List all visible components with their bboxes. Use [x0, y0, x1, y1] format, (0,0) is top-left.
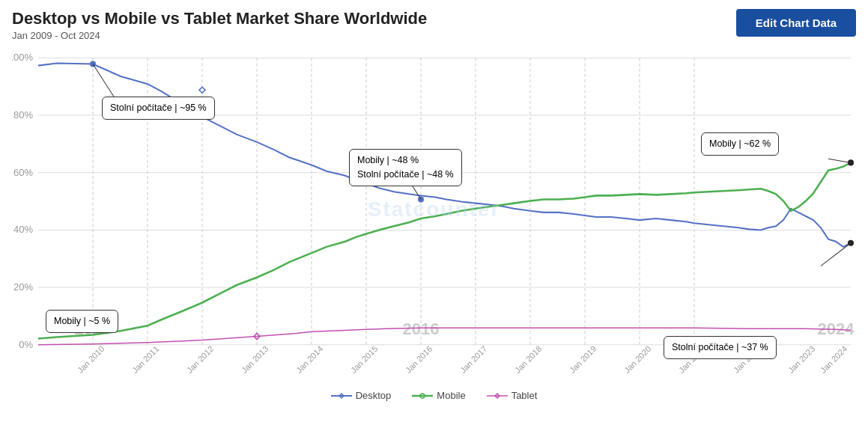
svg-text:20%: 20% [13, 281, 33, 293]
mobile-line [38, 163, 851, 339]
legend-tablet: Tablet [487, 390, 538, 401]
svg-text:Jan 2017: Jan 2017 [458, 344, 488, 375]
svg-text:Jan 2016: Jan 2016 [404, 344, 434, 375]
svg-text:Jan 2024: Jan 2024 [819, 344, 849, 375]
svg-text:Jan 2010: Jan 2010 [76, 344, 106, 375]
legend-mobile-icon [412, 391, 433, 400]
svg-text:0%: 0% [19, 339, 33, 350]
svg-text:Jan 2020: Jan 2020 [622, 344, 652, 375]
ann-line-4 [828, 159, 851, 163]
desktop-line [38, 64, 851, 247]
svg-text:80%: 80% [13, 109, 33, 120]
edit-chart-data-button[interactable]: Edit Chart Data [736, 9, 856, 37]
legend-mobile: Mobile [412, 390, 465, 401]
svg-text:Jan 2014: Jan 2014 [294, 344, 324, 375]
legend-tablet-label: Tablet [512, 390, 538, 401]
svg-text:Jan 2013: Jan 2013 [240, 344, 270, 375]
svg-text:Jan 2022: Jan 2022 [732, 344, 762, 375]
svg-text:40%: 40% [13, 224, 33, 236]
chart-legend: Desktop Mobile Tablet [12, 390, 856, 401]
chart-subtitle: Jan 2009 - Oct 2024 [12, 30, 427, 41]
ann-line-3 [409, 180, 421, 200]
desktop-dot-2010 [90, 61, 96, 67]
chart-header: Desktop vs Mobile vs Tablet Market Share… [12, 9, 856, 41]
title-block: Desktop vs Mobile vs Tablet Market Share… [12, 9, 427, 41]
svg-text:2016: 2016 [403, 320, 440, 339]
tablet-line [38, 328, 851, 345]
chart-svg: 100% 80% 60% 40% 20% 0% [12, 44, 856, 388]
chart-area: Statcounter 100% 80% 60% 40% 20% 0% [12, 44, 856, 388]
svg-text:Jan 2023: Jan 2023 [786, 344, 816, 375]
svg-text:Jan 2011: Jan 2011 [130, 344, 160, 375]
legend-desktop: Desktop [331, 390, 392, 401]
svg-text:Jan 2015: Jan 2015 [349, 344, 379, 375]
chart-title: Desktop vs Mobile vs Tablet Market Share… [12, 9, 427, 28]
legend-mobile-label: Mobile [437, 390, 465, 401]
svg-text:Jan 2021: Jan 2021 [677, 344, 707, 375]
legend-desktop-label: Desktop [356, 390, 392, 401]
svg-text:60%: 60% [13, 167, 33, 178]
legend-tablet-icon [487, 391, 508, 400]
svg-text:Jan 2012: Jan 2012 [185, 344, 215, 375]
page-container: Desktop vs Mobile vs Tablet Market Share… [0, 0, 868, 431]
ann-line-5 [821, 243, 851, 266]
svg-text:100%: 100% [12, 52, 33, 64]
svg-text:Jan 2019: Jan 2019 [568, 344, 598, 375]
legend-desktop-icon [331, 391, 352, 400]
svg-text:Jan 2018: Jan 2018 [513, 344, 543, 375]
